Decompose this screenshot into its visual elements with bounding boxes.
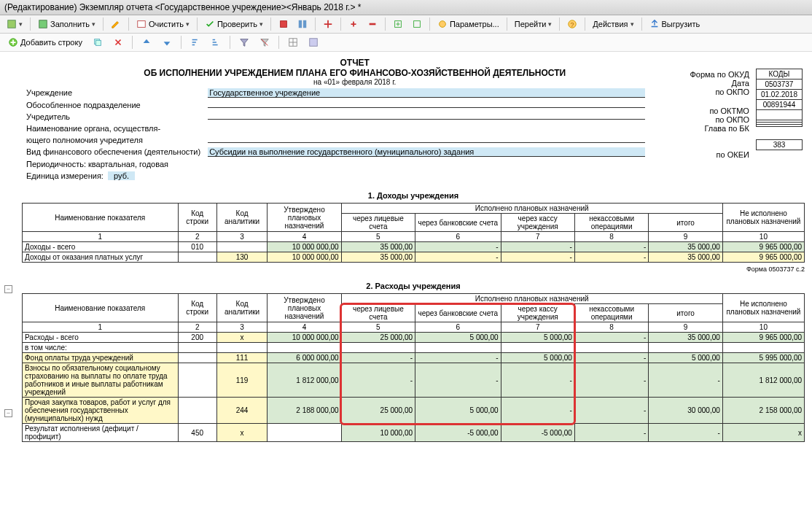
report-on-date: на «01» февраля 2018 г. <box>22 78 687 86</box>
label-unit: Единица измерения: <box>26 171 104 180</box>
fold-column-2: − <box>4 409 12 420</box>
code-okud: 0503737 <box>756 80 802 90</box>
filter-icon[interactable] <box>235 35 253 50</box>
code-date: 01.02.2018 <box>756 90 802 100</box>
svg-rect-2 <box>138 21 146 28</box>
svg-rect-15 <box>310 39 318 47</box>
label-founder: Учредитель <box>23 112 203 122</box>
table-row[interactable]: Фонд оплаты труда учреждений1116 000 000… <box>23 353 805 363</box>
r-okud: Форма по ОКУД <box>690 70 749 79</box>
add-row-label: Добавить строку <box>20 38 82 47</box>
label-fintype: Вид финансового обеспечения (деятельност… <box>23 147 203 158</box>
add-row-button[interactable]: Добавить строку <box>4 35 86 50</box>
table-row[interactable]: Расходы - всего200х10 000 000,0025 000,0… <box>23 333 805 343</box>
val-inst[interactable]: Государственное учреждение <box>208 88 645 98</box>
r-okei: по ОКЕИ <box>690 150 749 159</box>
clear-button[interactable]: Очистить▾ <box>133 17 193 31</box>
goto-button[interactable]: Перейти▾ <box>511 18 556 31</box>
r-date: Дата <box>690 79 749 88</box>
table-row[interactable]: Взносы по обязательному социальному стра… <box>23 363 805 398</box>
fold-toggle-2[interactable]: − <box>4 409 12 417</box>
delete-row-icon[interactable] <box>109 35 127 50</box>
svg-rect-0 <box>8 20 16 28</box>
val-org[interactable] <box>208 142 645 143</box>
label-subdiv: Обособленное подразделение <box>23 100 203 110</box>
codes-head: КОДЫ <box>756 69 802 80</box>
svg-rect-7 <box>414 21 421 28</box>
tool-icon-3[interactable] <box>319 17 337 31</box>
upload-button[interactable]: Выгрузить <box>646 17 704 31</box>
svg-text:?: ? <box>571 21 574 28</box>
label-org2: ющего полномочия учредителя <box>23 135 203 145</box>
val-founder[interactable] <box>208 119 645 120</box>
table-row[interactable]: Доходы от оказания платных услуг13010 00… <box>23 252 805 263</box>
copy-row-icon[interactable] <box>89 35 106 50</box>
table-row[interactable]: Результат исполнения (дефицит / профицит… <box>23 424 805 442</box>
r-okpo2: по ОКПО <box>690 115 749 124</box>
expense-table[interactable]: Наименование показателя Код строки Код а… <box>22 293 805 442</box>
goto-label: Перейти <box>515 20 547 28</box>
tool-icon-1[interactable] <box>275 17 292 31</box>
table-row[interactable]: в том числе: <box>23 343 805 353</box>
val-subdiv[interactable] <box>208 107 645 108</box>
label-org1: Наименование органа, осуществля- <box>23 123 203 133</box>
tool-icon-5[interactable] <box>364 17 381 31</box>
row-toolbar: Добавить строку <box>0 34 812 52</box>
fill-button[interactable]: Заполнить▾ <box>34 17 99 31</box>
params-label: Параметры... <box>450 20 499 28</box>
tool-icon-6[interactable] <box>389 17 407 31</box>
grid-icon-1[interactable] <box>284 35 302 50</box>
report-title-2: ОБ ИСПОЛНЕНИИ УЧРЕЖДЕНИЕМ ПЛАНА ЕГО ФИНА… <box>22 68 687 78</box>
sort-desc-icon[interactable] <box>207 35 225 50</box>
clear-label: Очистить <box>149 20 184 28</box>
r-okpo: по ОКПО <box>690 88 749 96</box>
report-title-1: ОТЧЕТ <box>22 58 687 68</box>
upload-label: Выгрузить <box>662 20 700 28</box>
section2-title: 2. Расходы учреждения <box>22 282 805 290</box>
svg-rect-13 <box>95 40 101 45</box>
tool-icon-7[interactable] <box>408 17 426 31</box>
svg-rect-1 <box>39 20 47 28</box>
meta-table: УчреждениеГосударственное учреждение Обо… <box>22 86 649 182</box>
fold-column: − <box>4 285 12 296</box>
fill-label: Заполнить <box>50 20 90 28</box>
actions-button[interactable]: Действия▾ <box>589 18 637 31</box>
sort-asc-icon[interactable] <box>187 35 204 50</box>
filter-off-icon[interactable] <box>256 35 273 50</box>
edit-icon[interactable] <box>107 17 125 31</box>
check-label: Проверить <box>217 20 257 28</box>
settings-button[interactable]: ▾ <box>3 17 26 31</box>
form-note: Форма 0503737 с.2 <box>22 266 805 273</box>
window-title: (Редактирование) Экземпляр отчета <Госуд… <box>0 0 812 15</box>
r-bk: Глава по БК <box>690 124 749 133</box>
check-button[interactable]: Проверить▾ <box>201 17 267 31</box>
codes-table: КОДЫ 0503737 01.02.2018 00891944 383 <box>756 69 803 150</box>
tool-icon-2[interactable] <box>294 17 311 31</box>
label-period: Периодичность: квартальная, годовая <box>23 159 648 169</box>
down-icon[interactable] <box>158 35 176 50</box>
help-icon[interactable]: ? <box>563 17 581 31</box>
grid-icon-2[interactable] <box>305 35 322 50</box>
table-row[interactable]: Доходы - всего01010 000 000,0035 000,00-… <box>23 242 805 252</box>
val-fintype[interactable]: Субсидии на выполнение государственного … <box>208 147 645 157</box>
actions-label: Действия <box>593 20 628 28</box>
svg-rect-5 <box>303 20 306 28</box>
table-row[interactable]: Прочая закупка товаров, работ и услуг дл… <box>23 398 805 424</box>
tool-icon-4[interactable] <box>345 17 362 31</box>
fold-toggle-1[interactable]: − <box>4 285 12 293</box>
main-toolbar: ▾ Заполнить▾ Очистить▾ Проверить▾ Параме… <box>0 15 812 34</box>
up-icon[interactable] <box>138 35 155 50</box>
svg-point-8 <box>440 21 446 28</box>
params-button[interactable]: Параметры... <box>434 17 503 31</box>
code-okpo: 00891944 <box>756 100 802 110</box>
r-oktmo: по ОКТМО <box>690 106 749 115</box>
svg-rect-3 <box>281 21 287 28</box>
svg-rect-4 <box>299 20 302 28</box>
code-okei: 383 <box>756 140 802 150</box>
val-unit[interactable]: руб. <box>108 171 135 180</box>
label-inst: Учреждение <box>23 88 203 98</box>
income-table[interactable]: Наименование показателя Код строки Код а… <box>22 203 805 263</box>
section1-title: 1. Доходы учреждения <box>22 191 805 200</box>
